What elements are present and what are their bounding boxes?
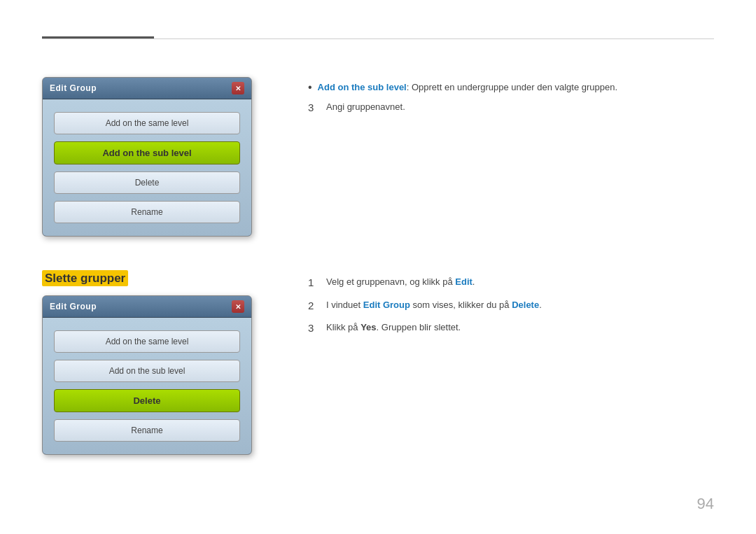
rename-button-top[interactable]: Rename (54, 201, 240, 223)
bottom-left-col: Slette grupper Edit Group Add on the sam… (42, 272, 280, 455)
bottom-add-sub-level-button[interactable]: Add on the sub level (54, 360, 240, 382)
dialog-close-button[interactable] (232, 82, 244, 94)
top-left-col: Edit Group Add on the same level Add on … (42, 77, 280, 237)
step-2-bottom: 2 I vinduet Edit Group som vises, klikke… (308, 298, 714, 314)
step-3-top: 3 Angi gruppenavnet. (308, 100, 714, 116)
step-2-text: I vinduet Edit Group som vises, klikker … (326, 298, 714, 312)
top-right-col: • Add on the sub level: Opprett en under… (308, 77, 714, 122)
edit-link-1: Edit (455, 276, 472, 287)
step-3-bottom: 3 Klikk på Yes. Gruppen blir slettet. (308, 321, 714, 337)
add-same-level-button[interactable]: Add on the same level (54, 112, 240, 134)
bottom-edit-group-dialog: Edit Group Add on the same level Add on … (42, 295, 252, 455)
dialog-title: Edit Group (50, 83, 97, 93)
dialog-body: Add on the same level Add on the sub lev… (43, 99, 251, 236)
yes-bold: Yes (360, 322, 376, 332)
bottom-dialog-close-button[interactable] (232, 300, 244, 313)
bullet-dot: • (308, 80, 312, 94)
step-3-num: 3 (308, 321, 319, 337)
add-sub-level-button[interactable]: Add on the sub level (54, 141, 240, 164)
step-num: 3 (308, 100, 319, 116)
top-section: Edit Group Add on the same level Add on … (42, 77, 714, 237)
bullet-text: Add on the sub level: Opprett en undergr… (318, 80, 714, 94)
page-number: 94 (697, 495, 714, 513)
top-edit-group-dialog: Edit Group Add on the same level Add on … (42, 77, 252, 237)
add-sub-level-link: Add on the sub level (318, 82, 407, 92)
delete-link: Delete (512, 300, 539, 310)
bottom-dialog-titlebar: Edit Group (43, 296, 251, 318)
bottom-rename-button[interactable]: Rename (54, 419, 240, 442)
delete-button-top[interactable]: Delete (54, 171, 240, 194)
bullet-item: • Add on the sub level: Opprett en under… (308, 80, 714, 94)
step-1-num: 1 (308, 275, 319, 291)
step-3-text: Klikk på Yes. Gruppen blir slettet. (326, 321, 714, 335)
dialog-titlebar: Edit Group (43, 78, 251, 99)
section-heading: Slette grupper (42, 270, 128, 286)
bottom-delete-button[interactable]: Delete (54, 389, 240, 412)
bottom-add-same-level-button[interactable]: Add on the same level (54, 330, 240, 353)
step-2-num: 2 (308, 298, 319, 314)
bottom-dialog-title: Edit Group (50, 302, 97, 311)
bullet-rest: : Opprett en undergruppe under den valgt… (407, 82, 617, 92)
step-1-bottom: 1 Velg et gruppenavn, og klikk på Edit. (308, 275, 714, 291)
bottom-right-col: 1 Velg et gruppenavn, og klikk på Edit. … (308, 272, 714, 344)
step-1-text: Velg et gruppenavn, og klikk på Edit. (326, 275, 714, 289)
edit-group-link: Edit Group (363, 300, 410, 310)
step-text: Angi gruppenavnet. (326, 100, 714, 114)
bottom-dialog-body: Add on the same level Add on the sub lev… (43, 318, 251, 454)
bottom-section: Slette grupper Edit Group Add on the sam… (42, 272, 714, 455)
